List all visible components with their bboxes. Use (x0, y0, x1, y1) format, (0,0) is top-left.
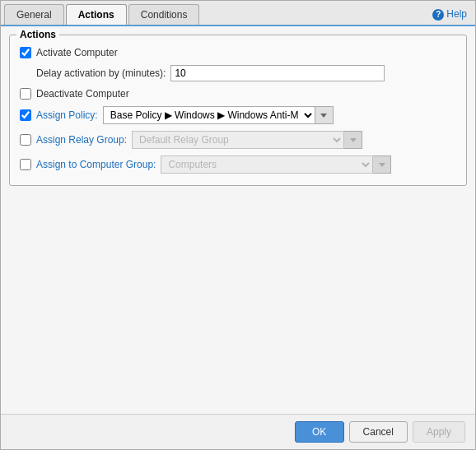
footer: OK Cancel Apply (1, 414, 475, 449)
apply-button[interactable]: Apply (413, 421, 465, 443)
assign-policy-row: Assign Policy: Base Policy ▶ Windows ▶ W… (20, 106, 456, 124)
group-box-title: Actions (16, 29, 59, 40)
assign-relay-group-row: Assign Relay Group: Default Relay Group (20, 131, 456, 149)
assign-computer-group-dropdown: Computers (161, 155, 456, 174)
activate-computer-checkbox[interactable] (20, 47, 31, 58)
assign-policy-checkbox[interactable] (20, 109, 31, 121)
assign-policy-select[interactable]: Base Policy ▶ Windows ▶ Windows Anti-Mal (103, 106, 315, 124)
deactivate-computer-row: Deactivate Computer (20, 88, 456, 100)
cancel-button[interactable]: Cancel (349, 421, 408, 443)
assign-computer-group-select[interactable]: Computers (161, 155, 373, 174)
assign-relay-group-checkbox[interactable] (20, 134, 31, 146)
tab-conditions[interactable]: Conditions (128, 4, 200, 25)
tab-bar: General Actions Conditions ?Help (1, 1, 475, 26)
delay-label: Delay activation by (minutes): (36, 67, 166, 79)
chevron-down-icon (320, 114, 327, 118)
assign-relay-group-dropdown: Default Relay Group (132, 131, 456, 149)
assign-computer-group-checkbox[interactable] (20, 159, 31, 170)
tab-general[interactable]: General (4, 4, 64, 25)
assign-computer-group-row: Assign to Computer Group: Computers (20, 155, 456, 174)
assign-policy-label: Assign Policy: (36, 109, 98, 121)
assign-relay-group-select[interactable]: Default Relay Group (132, 131, 344, 149)
ok-button[interactable]: OK (295, 421, 344, 443)
assign-policy-dropdown-btn[interactable] (315, 106, 334, 124)
tab-actions[interactable]: Actions (66, 4, 127, 25)
chevron-down-icon (350, 138, 357, 142)
help-icon: ? (432, 9, 444, 21)
assign-computer-group-label: Assign to Computer Group: (36, 159, 156, 170)
assign-relay-group-dropdown-btn (344, 131, 362, 149)
help-link[interactable]: ?Help (432, 8, 467, 21)
assign-policy-dropdown: Base Policy ▶ Windows ▶ Windows Anti-Mal (103, 106, 456, 124)
dialog: General Actions Conditions ?Help Actions… (0, 0, 476, 450)
content-area: Actions Activate Computer Delay activati… (1, 26, 475, 414)
group-content: Activate Computer Delay activation by (m… (20, 47, 456, 174)
activate-computer-row: Activate Computer (20, 47, 456, 58)
chevron-down-icon (379, 163, 385, 167)
assign-relay-group-label: Assign Relay Group: (36, 134, 127, 146)
delay-activation-row: Delay activation by (minutes): (36, 65, 456, 81)
activate-computer-label: Activate Computer (36, 47, 118, 58)
assign-computer-group-dropdown-btn (373, 155, 391, 174)
deactivate-computer-checkbox[interactable] (20, 88, 31, 100)
actions-group-box: Actions Activate Computer Delay activati… (9, 35, 467, 186)
delay-input[interactable] (170, 65, 385, 81)
deactivate-computer-label: Deactivate Computer (36, 88, 129, 100)
